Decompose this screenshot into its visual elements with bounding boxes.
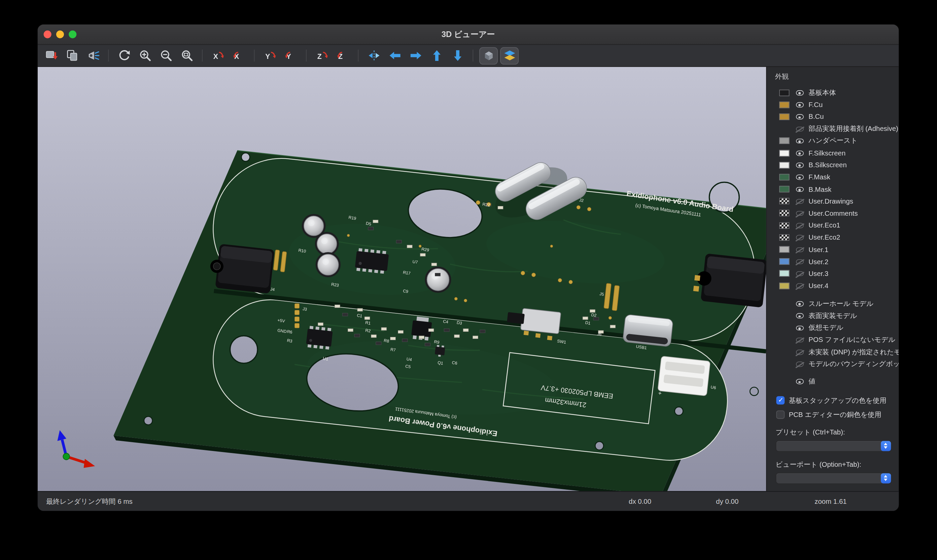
pan-right-button[interactable] — [406, 47, 425, 64]
appearance-row[interactable]: モデルのバウンディングボックス — [767, 358, 899, 370]
close-button[interactable] — [44, 31, 51, 38]
appearance-row[interactable]: User.Comments — [767, 207, 899, 219]
visibility-off-icon[interactable] — [795, 221, 805, 229]
layer-color-swatch[interactable] — [779, 270, 789, 277]
visibility-on-icon[interactable] — [795, 300, 805, 308]
refresh-view-button[interactable] — [115, 47, 133, 64]
appearance-row[interactable]: User.Drawings — [767, 195, 899, 207]
visibility-on-icon[interactable] — [795, 137, 805, 145]
appearance-row[interactable]: POS ファイルにないモデル — [767, 334, 899, 346]
layer-color-swatch[interactable] — [779, 89, 789, 96]
appearance-row[interactable]: B.Mask — [767, 183, 899, 195]
zoom-in-button[interactable] — [135, 47, 154, 64]
maximize-button[interactable] — [69, 31, 76, 38]
preset-dropdown[interactable] — [776, 440, 892, 452]
appearance-row[interactable]: User.Eco1 — [767, 219, 899, 232]
dropdown-stepper-icon[interactable] — [880, 440, 891, 451]
layer-color-swatch[interactable] — [779, 258, 789, 265]
appearance-row[interactable]: B.Cu — [767, 111, 899, 123]
layer-color-swatch[interactable] — [779, 210, 789, 217]
checkbox[interactable] — [776, 396, 785, 405]
pan-left-button[interactable] — [385, 47, 404, 64]
visibility-off-icon[interactable] — [795, 257, 805, 266]
appearance-row[interactable]: User.4 — [767, 280, 899, 292]
visibility-off-icon[interactable] — [795, 269, 805, 278]
visibility-on-icon[interactable] — [795, 312, 805, 320]
export-view-button[interactable] — [42, 47, 60, 64]
option-checkbox-row[interactable]: PCB エディターの銅色を使用 — [776, 410, 899, 419]
pcb-3d-scene[interactable]: Exidiophone v6.0 Audio Board(c) Tomoya M… — [38, 67, 766, 491]
appearance-row[interactable]: User.1 — [767, 243, 899, 255]
dropdown-stepper-icon[interactable] — [880, 473, 891, 483]
checkbox[interactable] — [776, 411, 785, 419]
visibility-off-icon[interactable] — [795, 197, 805, 206]
visibility-on-icon[interactable] — [795, 89, 805, 97]
visibility-on-icon[interactable] — [795, 173, 805, 182]
visibility-on-icon[interactable] — [795, 113, 805, 121]
layer-color-swatch[interactable] — [779, 138, 789, 145]
visibility-off-icon[interactable] — [795, 209, 805, 217]
appearance-row[interactable]: User.3 — [767, 268, 899, 280]
option-checkbox-row[interactable]: 基板スタックアップの色を使用 — [776, 396, 899, 405]
layer-color-swatch[interactable] — [779, 114, 789, 120]
layer-color-swatch[interactable] — [779, 246, 789, 253]
visibility-off-icon[interactable] — [795, 348, 805, 356]
rotate-z-ccw-button[interactable]: Z — [334, 47, 352, 64]
visibility-off-icon[interactable] — [795, 282, 805, 290]
title-bar[interactable]: 3D ビューアー — [38, 25, 899, 45]
appearance-panel-button[interactable] — [500, 47, 519, 64]
appearance-row[interactable]: ハンダペースト — [767, 135, 899, 147]
minimize-button[interactable] — [56, 31, 64, 38]
visibility-on-icon[interactable] — [795, 185, 805, 194]
appearance-row[interactable]: F.Silkscreen — [767, 147, 899, 159]
layer-color-swatch[interactable] — [779, 198, 789, 205]
visibility-on-icon[interactable] — [795, 377, 805, 386]
appearance-row[interactable]: B.Silkscreen — [767, 159, 899, 171]
appearance-row[interactable]: 基板本体 — [767, 86, 899, 98]
rotate-z-cw-icon: Z — [315, 48, 329, 63]
rotate-z-cw-button[interactable]: Z — [313, 47, 331, 64]
rotate-x-ccw-button[interactable]: X — [229, 47, 248, 64]
zoom-out-button[interactable] — [157, 47, 175, 64]
appearance-row[interactable]: 部品実装用接着剤 (Adhesive) — [767, 123, 899, 135]
layer-color-swatch[interactable] — [779, 186, 789, 192]
appearance-row[interactable]: 値 — [767, 375, 899, 388]
visibility-off-icon[interactable] — [795, 245, 805, 254]
flip-board-button[interactable] — [365, 47, 383, 64]
appearance-row[interactable]: 未実装 (DNP) が指定されたモデル — [767, 346, 899, 358]
appearance-row[interactable]: F.Cu — [767, 98, 899, 111]
ortho-projection-button[interactable] — [479, 47, 498, 64]
visibility-off-icon[interactable] — [795, 360, 805, 368]
3d-viewport[interactable]: Exidiophone v6.0 Audio Board(c) Tomoya M… — [38, 67, 766, 491]
layer-color-swatch[interactable] — [779, 162, 789, 169]
appearance-row[interactable]: F.Mask — [767, 171, 899, 183]
raytrace-button[interactable] — [84, 47, 102, 64]
appearance-row[interactable]: 仮想モデル — [767, 322, 899, 334]
appearance-row[interactable]: スルーホール モデル — [767, 298, 899, 310]
appearance-row[interactable]: 表面実装モデル — [767, 309, 899, 322]
visibility-off-icon[interactable] — [795, 125, 805, 133]
rotate-y-cw-button[interactable]: Y — [260, 47, 279, 64]
visibility-off-icon[interactable] — [795, 336, 805, 344]
visibility-on-icon[interactable] — [795, 161, 805, 169]
viewport-dropdown[interactable] — [776, 472, 892, 484]
appearance-row[interactable]: User.Eco2 — [767, 232, 899, 244]
appearance-row[interactable]: User.2 — [767, 255, 899, 268]
layer-color-swatch[interactable] — [779, 282, 789, 289]
rotate-x-cw-button[interactable]: X — [209, 47, 227, 64]
layer-color-swatch[interactable] — [779, 222, 789, 229]
layer-color-swatch[interactable] — [779, 150, 789, 157]
pan-up-button[interactable] — [427, 47, 446, 64]
zoom-fit-button[interactable] — [177, 47, 196, 64]
visibility-on-icon[interactable] — [795, 149, 805, 157]
copy-view-button[interactable] — [63, 47, 81, 64]
layer-color-swatch[interactable] — [779, 174, 789, 181]
layer-label: User.4 — [808, 282, 828, 289]
visibility-on-icon[interactable] — [795, 324, 805, 332]
visibility-off-icon[interactable] — [795, 233, 805, 242]
rotate-y-ccw-button[interactable]: Y — [282, 47, 300, 64]
layer-color-swatch[interactable] — [779, 101, 789, 108]
visibility-on-icon[interactable] — [795, 101, 805, 109]
layer-color-swatch[interactable] — [779, 234, 789, 241]
pan-down-button[interactable] — [448, 47, 467, 64]
